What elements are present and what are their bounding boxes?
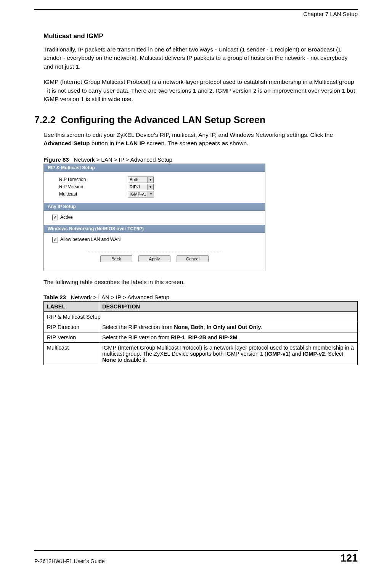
select-value: IGMP-v1 <box>128 192 148 196</box>
back-button[interactable]: Back <box>100 255 132 262</box>
text-run: screen. The screen appears as shown. <box>145 140 248 146</box>
section-heading: 7.2.2 Configuring the Advanced LAN Setup… <box>34 114 358 125</box>
text-run: . <box>237 334 239 340</box>
description-table: LABEL DESCRIPTION RIP & Multicast Setup … <box>43 301 358 365</box>
text-run: , <box>204 324 207 330</box>
body-paragraph: Traditionally, IP packets are transmitte… <box>43 45 358 71</box>
table-cell-description: Select the RIP version from RIP-1, RIP-2… <box>99 332 358 343</box>
panel-header-any-ip: Any IP Setup <box>44 203 265 211</box>
text-run: to disable it. <box>116 357 147 363</box>
table-cell-description: Select the RIP direction from None, Both… <box>99 322 358 332</box>
select-rip-direction[interactable]: Both ▼ <box>128 177 154 183</box>
text-run: ) and <box>289 351 303 357</box>
text-bold: RIP-2B <box>188 334 206 340</box>
select-rip-version[interactable]: RIP-1 ▼ <box>128 184 154 190</box>
apply-button[interactable]: Apply <box>138 255 170 262</box>
text-bold: Out Only <box>238 324 261 330</box>
check-icon: ✓ <box>52 237 58 242</box>
section-title: Configuring the Advanced LAN Setup Scree… <box>61 114 266 125</box>
text-run: and <box>225 324 238 330</box>
chevron-down-icon: ▼ <box>147 177 153 183</box>
label-rip-version: RIP Version <box>59 184 128 189</box>
checkbox-label: Allow between LAN and WAN <box>60 237 120 242</box>
figure-number: Figure 83 <box>43 156 69 163</box>
table-header-description: DESCRIPTION <box>99 302 358 312</box>
label-multicast: Multicast <box>59 191 128 197</box>
table-cell-label: Multicast <box>44 343 99 365</box>
text-bold: Advanced Setup <box>43 140 90 146</box>
table-cell-description: IGMP (Internet Group Multicast Protocol)… <box>99 343 358 365</box>
subsection-heading: Multicast and IGMP <box>43 32 358 40</box>
text-bold: IGMP-v1 <box>267 351 289 357</box>
footer-guide-name: P-2612HWU-F1 User’s Guide <box>34 558 105 564</box>
check-icon: ✓ <box>52 215 58 220</box>
text-run: . Select <box>325 351 343 357</box>
body-paragraph: The following table describes the labels… <box>43 278 358 286</box>
table-cell-label: RIP Version <box>44 332 99 343</box>
page-number: 121 <box>341 552 358 564</box>
select-multicast[interactable]: IGMP-v1 ▼ <box>128 191 154 197</box>
embedded-screenshot: RIP & Multicast Setup RIP Direction Both… <box>43 164 265 271</box>
body-paragraph: Use this screen to edit your ZyXEL Devic… <box>43 131 358 148</box>
text-bold: In Only <box>207 324 225 330</box>
cancel-button[interactable]: Cancel <box>177 255 209 262</box>
table-caption: Table 23 Network > LAN > IP > Advanced S… <box>43 294 358 300</box>
text-run: , <box>188 324 191 330</box>
table-cell-label: RIP Direction <box>44 322 99 332</box>
text-bold: IGMP-v2 <box>303 351 325 357</box>
text-run: . <box>261 324 262 330</box>
text-run: and <box>206 334 218 340</box>
text-run: Select the RIP version from <box>102 334 171 340</box>
checkbox-allow-lan-wan[interactable]: ✓ Allow between LAN and WAN <box>52 237 120 242</box>
checkbox-label: Active <box>60 215 73 220</box>
checkbox-active[interactable]: ✓ Active <box>52 215 73 220</box>
chevron-down-icon: ▼ <box>147 184 153 190</box>
text-run: Select the RIP direction from <box>102 324 174 330</box>
panel-header-rip-multicast: RIP & Multicast Setup <box>44 164 265 172</box>
figure-caption: Figure 83 Network > LAN > IP > Advanced … <box>43 156 358 163</box>
section-number: 7.2.2 <box>34 114 56 125</box>
running-header: Chapter 7 LAN Setup <box>34 11 358 17</box>
text-bold: Both <box>191 324 204 330</box>
text-run: button in the <box>90 140 125 146</box>
table-subheader: RIP & Multicast Setup <box>44 312 358 322</box>
text-bold: None <box>174 324 188 330</box>
figure-title: Network > LAN > IP > Advanced Setup <box>74 156 172 163</box>
table-number: Table 23 <box>43 294 66 300</box>
panel-header-windows-networking: Windows Networking (NetBIOS over TCP/IP) <box>44 225 265 233</box>
select-value: Both <box>128 177 147 182</box>
text-bold: LAN IP <box>125 140 145 146</box>
text-bold: RIP-2M <box>218 334 237 340</box>
text-run: Use this screen to edit your ZyXEL Devic… <box>43 132 333 138</box>
text-bold: RIP-1 <box>171 334 185 340</box>
label-rip-direction: RIP Direction <box>59 177 128 182</box>
body-paragraph: IGMP (Internet Group Multicast Protocol)… <box>43 78 358 103</box>
text-bold: None <box>102 357 116 363</box>
select-value: RIP-1 <box>128 185 147 189</box>
table-title: Network > LAN > IP > Advanced Setup <box>71 294 169 300</box>
chevron-down-icon: ▼ <box>148 191 154 197</box>
table-header-label: LABEL <box>44 302 99 312</box>
